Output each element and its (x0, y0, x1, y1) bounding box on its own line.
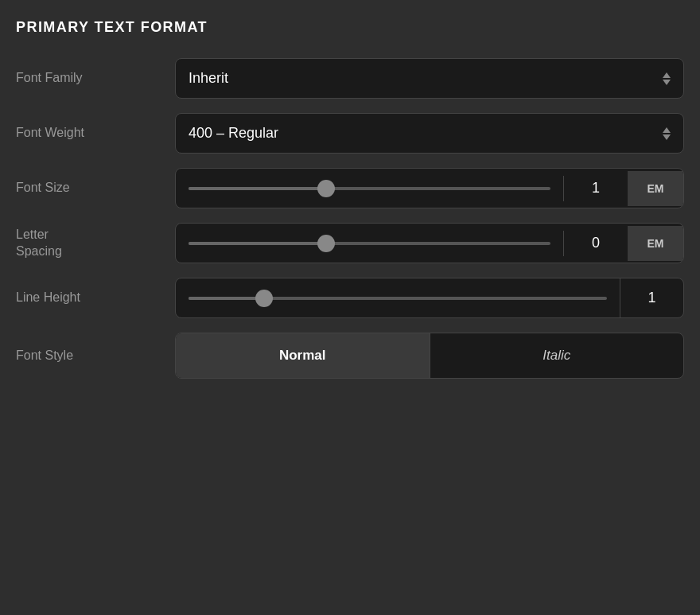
font-size-slider-section[interactable] (176, 176, 564, 201)
font-size-control: 1 EM (175, 168, 684, 208)
font-weight-value: 400 – Regular (189, 125, 278, 142)
letter-spacing-control: 0 EM (175, 223, 684, 263)
letter-spacing-thumb[interactable] (317, 235, 335, 252)
font-size-thumb[interactable] (317, 180, 335, 197)
font-family-control: Inherit (175, 58, 684, 99)
font-size-slider-control: 1 EM (175, 168, 684, 208)
font-weight-arrow-down[interactable] (663, 134, 671, 140)
font-family-row: Font Family Inherit (16, 58, 684, 99)
line-height-slider-section[interactable] (176, 286, 620, 311)
font-family-arrow-down[interactable] (663, 80, 671, 85)
font-family-arrow-up[interactable] (663, 72, 671, 78)
font-weight-spinner[interactable] (663, 127, 671, 140)
letter-spacing-label: Letter Spacing (16, 227, 175, 260)
letter-spacing-slider-section[interactable] (176, 231, 564, 256)
line-height-slider-control: 1 (175, 278, 684, 318)
font-style-label: Font Style (16, 348, 175, 364)
font-size-track[interactable] (189, 187, 550, 190)
panel-title: PRIMARY TEXT FORMAT (16, 19, 684, 36)
line-height-value: 1 (620, 278, 683, 317)
font-size-fill (189, 187, 326, 190)
font-family-select[interactable]: Inherit (175, 58, 684, 99)
letter-spacing-unit[interactable]: EM (628, 226, 683, 261)
font-size-row: Font Size 1 EM (16, 168, 684, 208)
font-style-italic-button[interactable]: Italic (430, 333, 684, 378)
font-family-label: Font Family (16, 70, 175, 87)
font-family-spinner[interactable] (663, 72, 671, 85)
font-weight-label: Font Weight (16, 125, 175, 142)
line-height-track[interactable] (189, 297, 607, 300)
font-style-normal-button[interactable]: Normal (176, 333, 430, 378)
line-height-control: 1 (175, 278, 684, 318)
letter-spacing-value: 0 (564, 224, 628, 263)
letter-spacing-track[interactable] (189, 242, 550, 245)
line-height-thumb[interactable] (255, 290, 273, 307)
font-style-row: Font Style Normal Italic (16, 333, 684, 379)
font-size-value: 1 (564, 169, 628, 208)
font-size-unit[interactable]: EM (628, 171, 683, 206)
line-height-label: Line Height (16, 290, 175, 306)
line-height-fill (189, 297, 264, 300)
font-weight-select[interactable]: 400 – Regular (175, 113, 684, 154)
font-size-label: Font Size (16, 180, 175, 197)
letter-spacing-fill (189, 242, 326, 245)
font-weight-arrow-up[interactable] (663, 127, 671, 133)
font-style-control: Normal Italic (175, 333, 684, 379)
line-height-row: Line Height 1 (16, 278, 684, 318)
font-weight-row: Font Weight 400 – Regular (16, 113, 684, 154)
font-family-value: Inherit (189, 70, 228, 87)
font-style-toggle: Normal Italic (175, 333, 684, 379)
letter-spacing-slider-control: 0 EM (175, 223, 684, 263)
letter-spacing-row: Letter Spacing 0 EM (16, 223, 684, 263)
font-weight-control: 400 – Regular (175, 113, 684, 154)
